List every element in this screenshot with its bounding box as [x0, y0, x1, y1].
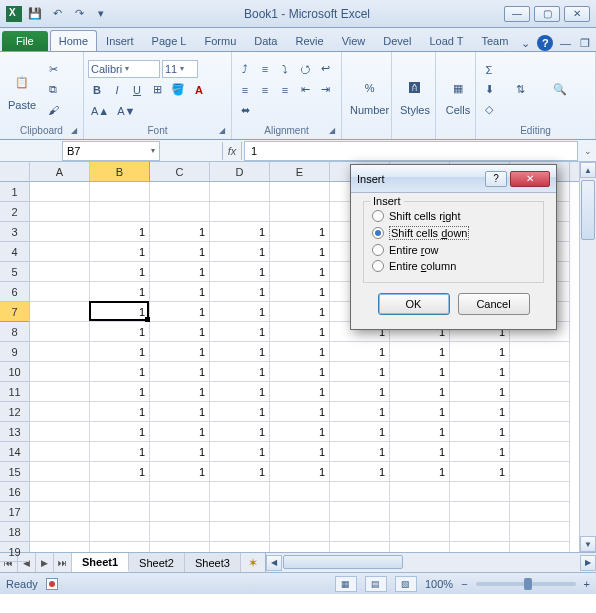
cell-B1[interactable] — [90, 182, 150, 202]
cell-I11[interactable] — [510, 382, 570, 402]
cell-E2[interactable] — [270, 202, 330, 222]
cell-C18[interactable] — [150, 522, 210, 542]
cell-E13[interactable]: 1 — [270, 422, 330, 442]
cell-F17[interactable] — [330, 502, 390, 522]
cell-F12[interactable]: 1 — [330, 402, 390, 422]
cell-A18[interactable] — [30, 522, 90, 542]
radio-shift-right[interactable]: Shift cells right — [372, 208, 535, 224]
cell-A7[interactable] — [30, 302, 90, 322]
maximize-button[interactable]: ▢ — [534, 6, 560, 22]
cell-B7[interactable]: 1 — [90, 302, 150, 322]
cell-F18[interactable] — [330, 522, 390, 542]
cell-G13[interactable]: 1 — [390, 422, 450, 442]
cancel-button[interactable]: Cancel — [458, 293, 530, 315]
cut-button[interactable]: ✂ — [44, 61, 62, 79]
cell-I17[interactable] — [510, 502, 570, 522]
cell-E19[interactable] — [270, 542, 330, 552]
hscroll-thumb[interactable] — [283, 555, 403, 569]
cell-G9[interactable]: 1 — [390, 342, 450, 362]
cell-B10[interactable]: 1 — [90, 362, 150, 382]
row-header-8[interactable]: 8 — [0, 322, 29, 342]
cell-B19[interactable] — [90, 542, 150, 552]
sort-filter-button[interactable]: ⇅ — [502, 74, 538, 106]
cell-D1[interactable] — [210, 182, 270, 202]
bold-button[interactable]: B — [88, 81, 106, 99]
cell-E3[interactable]: 1 — [270, 222, 330, 242]
shrink-font-button[interactable]: A▼ — [114, 102, 138, 120]
alignment-launcher[interactable]: ◢ — [329, 126, 335, 135]
row-header-18[interactable]: 18 — [0, 522, 29, 542]
autosum-button[interactable]: Σ — [480, 61, 498, 79]
cell-C14[interactable]: 1 — [150, 442, 210, 462]
tab-load-test[interactable]: Load T — [420, 30, 472, 51]
zoom-out-button[interactable]: − — [461, 578, 467, 590]
row-header-1[interactable]: 1 — [0, 182, 29, 202]
font-launcher[interactable]: ◢ — [219, 126, 225, 135]
cell-A14[interactable] — [30, 442, 90, 462]
cell-B5[interactable]: 1 — [90, 262, 150, 282]
cell-E11[interactable]: 1 — [270, 382, 330, 402]
select-all-corner[interactable] — [0, 162, 29, 182]
cell-E5[interactable]: 1 — [270, 262, 330, 282]
cell-F10[interactable]: 1 — [330, 362, 390, 382]
cell-A13[interactable] — [30, 422, 90, 442]
cell-B14[interactable]: 1 — [90, 442, 150, 462]
row-header-6[interactable]: 6 — [0, 282, 29, 302]
cell-F19[interactable] — [330, 542, 390, 552]
sheet-tab-3[interactable]: Sheet3 — [185, 553, 241, 572]
cell-H11[interactable]: 1 — [450, 382, 510, 402]
cell-D4[interactable]: 1 — [210, 242, 270, 262]
cell-A9[interactable] — [30, 342, 90, 362]
cell-E9[interactable]: 1 — [270, 342, 330, 362]
cell-B3[interactable]: 1 — [90, 222, 150, 242]
orientation-button[interactable]: ⭯ — [296, 60, 314, 78]
row-header-9[interactable]: 9 — [0, 342, 29, 362]
wrap-text-button[interactable]: ↩ — [316, 60, 334, 78]
row-header-16[interactable]: 16 — [0, 482, 29, 502]
cell-C19[interactable] — [150, 542, 210, 552]
cell-I14[interactable] — [510, 442, 570, 462]
sheet-nav-next[interactable]: ▶ — [36, 553, 54, 572]
underline-button[interactable]: U — [128, 81, 146, 99]
cell-D16[interactable] — [210, 482, 270, 502]
cell-F9[interactable]: 1 — [330, 342, 390, 362]
cell-F15[interactable]: 1 — [330, 462, 390, 482]
cell-A10[interactable] — [30, 362, 90, 382]
cell-B18[interactable] — [90, 522, 150, 542]
cell-B17[interactable] — [90, 502, 150, 522]
cell-B16[interactable] — [90, 482, 150, 502]
cell-D5[interactable]: 1 — [210, 262, 270, 282]
workbook-minimize-button[interactable]: — — [557, 35, 573, 51]
border-button[interactable]: ⊞ — [148, 81, 166, 99]
dialog-title-bar[interactable]: Insert ? ✕ — [351, 165, 556, 193]
row-header-10[interactable]: 10 — [0, 362, 29, 382]
cell-A19[interactable] — [30, 542, 90, 552]
cell-H12[interactable]: 1 — [450, 402, 510, 422]
column-header-D[interactable]: D — [210, 162, 270, 181]
formula-expand-button[interactable]: ⌄ — [580, 146, 596, 156]
cell-C9[interactable]: 1 — [150, 342, 210, 362]
help-icon[interactable]: ? — [537, 35, 553, 51]
minimize-button[interactable]: — — [504, 6, 530, 22]
fx-button[interactable]: fx — [222, 142, 242, 160]
cell-B9[interactable]: 1 — [90, 342, 150, 362]
column-header-A[interactable]: A — [30, 162, 90, 181]
cell-C16[interactable] — [150, 482, 210, 502]
undo-button[interactable]: ↶ — [48, 5, 66, 23]
cell-B2[interactable] — [90, 202, 150, 222]
column-header-B[interactable]: B — [90, 162, 150, 181]
ok-button[interactable]: OK — [378, 293, 450, 315]
cell-F13[interactable]: 1 — [330, 422, 390, 442]
zoom-in-button[interactable]: + — [584, 578, 590, 590]
cell-G11[interactable]: 1 — [390, 382, 450, 402]
cell-E18[interactable] — [270, 522, 330, 542]
cell-D8[interactable]: 1 — [210, 322, 270, 342]
cell-C13[interactable]: 1 — [150, 422, 210, 442]
cell-G19[interactable] — [390, 542, 450, 552]
cell-C2[interactable] — [150, 202, 210, 222]
cell-G17[interactable] — [390, 502, 450, 522]
cell-F16[interactable] — [330, 482, 390, 502]
cell-F14[interactable]: 1 — [330, 442, 390, 462]
merge-center-button[interactable]: ⬌ — [236, 102, 254, 120]
radio-entire-row[interactable]: Entire row — [372, 242, 535, 258]
